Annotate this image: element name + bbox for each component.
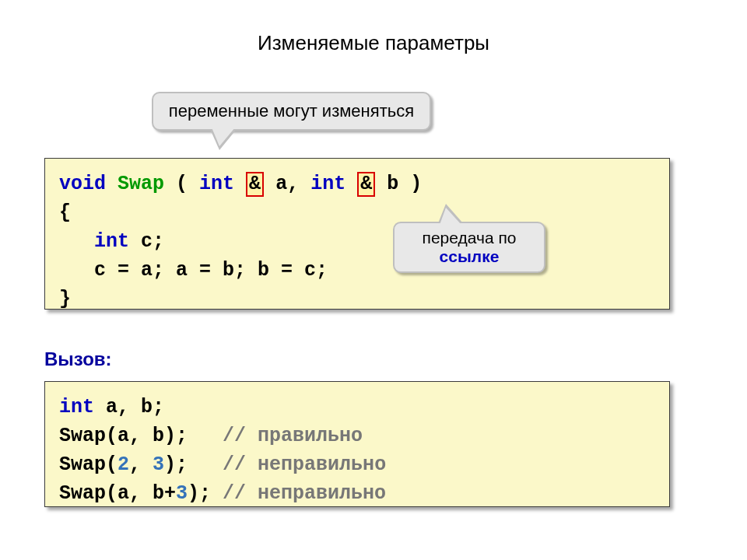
brace-close: } — [59, 288, 71, 310]
call-3-end: ); — [188, 482, 211, 505]
param-a: a, — [275, 173, 299, 195]
callout-pass-by-reference: передача по ссылке — [393, 222, 545, 273]
literal-3: 3 — [153, 453, 164, 476]
literal-3b: 3 — [176, 482, 188, 505]
callout-line-2: ссылке — [440, 247, 500, 266]
keyword-int: int — [310, 173, 345, 195]
call-1: Swap(a, b); — [59, 425, 188, 447]
comment-wrong-2: // неправильно — [223, 482, 386, 505]
decl-ab: a, b; — [106, 396, 164, 418]
func-name-swap: Swap — [117, 173, 164, 195]
callout-line-1: передача по — [423, 229, 517, 247]
keyword-int: int — [94, 230, 129, 253]
code-block-call-examples: int a, b; Swap(a, b); // правильно Swap(… — [44, 381, 670, 507]
keyword-int: int — [199, 173, 234, 195]
call-3-pre: Swap(a, b+ — [59, 482, 176, 505]
comment-wrong-1: // неправильно — [223, 453, 386, 476]
code-block-swap-definition: void Swap ( int & a, int & b ) { int c; … — [44, 158, 670, 310]
literal-2: 2 — [117, 453, 129, 476]
comment-correct: // правильно — [223, 425, 363, 447]
keyword-int: int — [59, 396, 94, 418]
keyword-void: void — [59, 173, 106, 195]
var-c: c; — [141, 230, 164, 253]
call-2-pre: Swap( — [59, 453, 117, 476]
call-2-mid: , — [129, 453, 153, 476]
param-b: b ) — [387, 173, 422, 195]
ref-amp-2: & — [357, 172, 375, 197]
brace-open: { — [59, 201, 71, 224]
ref-amp-1: & — [246, 172, 264, 197]
swap-body: c = a; a = b; b = c; — [94, 259, 328, 282]
call-2-end: ); — [164, 453, 188, 476]
sub-heading-call: Вызов: — [44, 348, 112, 370]
slide-title: Изменяемые параметры — [0, 0, 747, 55]
callout-variables-can-change: переменные могут изменяться — [152, 92, 431, 131]
